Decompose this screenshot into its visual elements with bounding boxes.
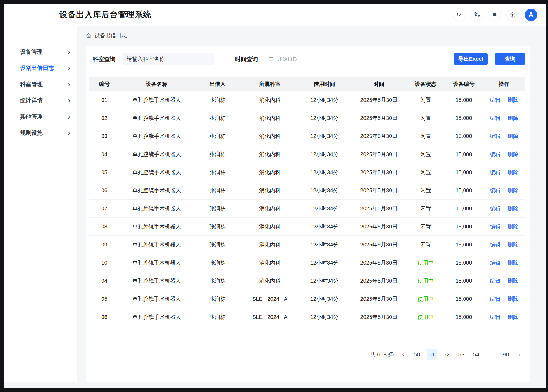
cell-date: 2025年5月30日	[350, 277, 407, 285]
translate-button[interactable]: 文A	[471, 9, 483, 21]
cell-lender: 张润栋	[194, 169, 242, 176]
edit-link[interactable]: 编辑	[490, 277, 500, 285]
edit-link[interactable]: 编辑	[490, 259, 500, 266]
column-header: 时间	[350, 80, 407, 88]
delete-link[interactable]: 删除	[508, 187, 518, 194]
dept-search-input[interactable]	[123, 53, 214, 65]
sidebar-item-label: 科室管理	[20, 80, 43, 88]
chevron-right-icon: ›	[68, 129, 70, 136]
sidebar-item[interactable]: 其他管理 ›	[4, 109, 77, 124]
sidebar-item[interactable]: 设备管理 ›	[4, 44, 77, 59]
app-window: 设备出入库后台管理系统 文A	[4, 4, 546, 388]
cell-department: 消化内科	[242, 187, 298, 194]
pagination-page[interactable]: 90	[501, 349, 511, 360]
sidebar-item[interactable]: 科室管理 ›	[4, 76, 77, 92]
pagination-ellipsis: ···	[486, 349, 496, 360]
cell-lender: 张润栋	[194, 313, 242, 321]
cell-number: 06	[89, 314, 120, 320]
cell-lender: 张润栋	[194, 114, 242, 122]
delete-link[interactable]: 删除	[508, 169, 518, 176]
cell-device-name: 单孔腔镜手术机器人	[120, 241, 194, 248]
edit-link[interactable]: 编辑	[490, 295, 500, 303]
cell-device-code: 15,000	[444, 133, 483, 139]
start-date-picker[interactable]: 开始日期	[265, 53, 310, 65]
cell-department: 消化内科	[242, 133, 298, 140]
cell-device-code: 15,000	[444, 151, 483, 157]
cell-actions: 编辑 删除	[483, 295, 525, 303]
notifications-button[interactable]	[489, 9, 501, 21]
cell-borrow-duration: 12小时34分	[298, 133, 351, 140]
query-button[interactable]: 查询	[495, 53, 525, 65]
cell-actions: 编辑 删除	[483, 187, 525, 194]
sidebar-item[interactable]: 规则设施 ›	[4, 125, 77, 140]
cell-department: 消化内科	[242, 241, 298, 248]
delete-link[interactable]: 删除	[508, 205, 518, 212]
sidebar-item[interactable]: 统计详情 ›	[4, 93, 77, 108]
delete-link[interactable]: 删除	[508, 223, 518, 230]
pagination-page[interactable]: 52	[441, 349, 452, 360]
device-log-table: 编号设备名称出借人所属科室借用时间时间设备状态设备编号操作 01 单孔腔镜手术机…	[89, 77, 525, 326]
cell-date: 2025年5月30日	[350, 96, 407, 104]
cell-lender: 张润栋	[194, 205, 242, 212]
edit-link[interactable]: 编辑	[490, 187, 500, 194]
delete-link[interactable]: 删除	[508, 277, 518, 285]
pagination-page[interactable]: 53	[456, 349, 466, 360]
cell-device-name: 单孔腔镜手术机器人	[120, 96, 194, 104]
cell-device-code: 15,000	[444, 115, 483, 121]
cell-actions: 编辑 删除	[483, 114, 525, 122]
translate-icon: 文A	[474, 12, 480, 17]
cell-device-name: 单孔腔镜手术机器人	[120, 295, 194, 303]
search-icon	[456, 12, 462, 18]
cell-device-status: 闲置	[407, 133, 444, 140]
cell-number: 04	[89, 151, 120, 157]
avatar[interactable]: A	[525, 9, 537, 21]
delete-link[interactable]: 删除	[508, 295, 518, 303]
column-header: 出借人	[194, 80, 242, 88]
filter-bar: 科室查询 时间查询 开始日期 导出Excel 查询	[93, 53, 525, 65]
chevron-left-icon[interactable]: ‹	[400, 351, 407, 358]
pagination-page[interactable]: 51	[427, 349, 437, 360]
edit-link[interactable]: 编辑	[490, 313, 500, 321]
edit-link[interactable]: 编辑	[490, 169, 500, 176]
home-icon	[86, 32, 92, 39]
cell-device-code: 15,000	[444, 260, 483, 266]
edit-link[interactable]: 编辑	[490, 114, 500, 122]
breadcrumb[interactable]: 设备出借日志	[86, 32, 530, 39]
table-row: 04 单孔腔镜手术机器人 张润栋 消化内科 12小时34分 2025年5月30日…	[89, 272, 525, 290]
edit-link[interactable]: 编辑	[490, 205, 500, 212]
edit-link[interactable]: 编辑	[490, 151, 500, 158]
cell-number: 07	[89, 205, 120, 212]
edit-link[interactable]: 编辑	[490, 241, 500, 248]
delete-link[interactable]: 删除	[508, 313, 518, 321]
export-excel-button[interactable]: 导出Excel	[454, 53, 488, 65]
cell-number: 01	[89, 97, 120, 103]
cell-device-code: 15,000	[444, 314, 483, 320]
edit-link[interactable]: 编辑	[490, 223, 500, 230]
chevron-right-icon[interactable]: ›	[516, 351, 523, 358]
delete-link[interactable]: 删除	[508, 259, 518, 266]
pagination-page[interactable]: 50	[412, 349, 422, 360]
search-button[interactable]	[453, 9, 465, 21]
cell-actions: 编辑 删除	[483, 96, 525, 104]
delete-link[interactable]: 删除	[508, 151, 518, 158]
cell-date: 2025年5月30日	[350, 205, 407, 212]
edit-link[interactable]: 编辑	[490, 133, 500, 140]
cell-device-code: 15,000	[444, 296, 483, 302]
pagination-page[interactable]: 54	[471, 349, 481, 360]
cell-device-code: 15,000	[444, 242, 483, 248]
delete-link[interactable]: 删除	[508, 241, 518, 248]
theme-button[interactable]	[506, 9, 519, 21]
delete-link[interactable]: 删除	[508, 96, 518, 104]
cell-department: 消化内科	[242, 169, 298, 176]
delete-link[interactable]: 删除	[508, 133, 518, 140]
column-header: 所属科室	[242, 80, 298, 88]
column-header: 设备名称	[120, 80, 194, 88]
cell-device-status: 使用中	[407, 277, 444, 285]
cell-device-status: 使用中	[407, 295, 444, 303]
content-area: 设备出借日志 科室查询 时间查询 开始日期 导出Excel	[77, 26, 546, 382]
edit-link[interactable]: 编辑	[490, 96, 500, 104]
table-header-row: 编号设备名称出借人所属科室借用时间时间设备状态设备编号操作	[89, 77, 525, 91]
cell-device-name: 单孔腔镜手术机器人	[120, 133, 194, 140]
sidebar-item[interactable]: 设别出借日志 ›	[4, 60, 77, 76]
delete-link[interactable]: 删除	[508, 114, 518, 122]
